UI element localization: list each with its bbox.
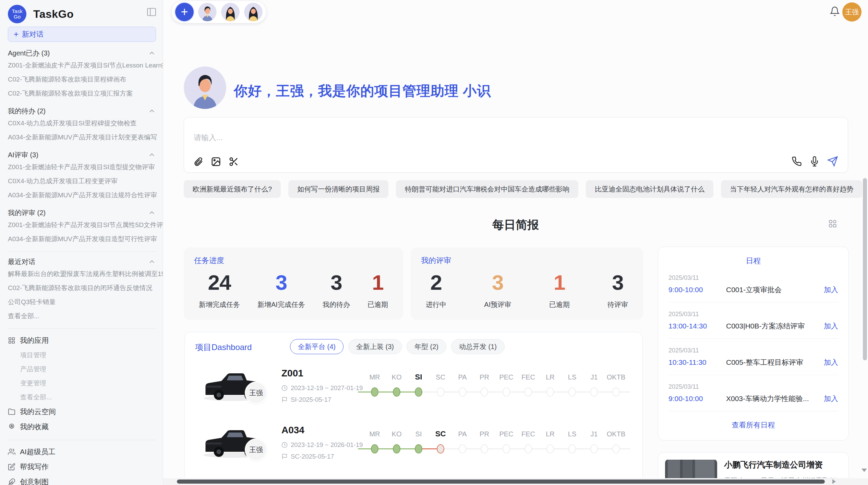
- chevron-up-icon: [149, 211, 155, 214]
- section-recent-chats[interactable]: 最近对话: [8, 257, 163, 267]
- tab-new-platform[interactable]: 全新平台 (4): [290, 339, 343, 354]
- section-agent-done[interactable]: Agent已办 (3): [8, 48, 163, 58]
- vertical-scrollbar-thumb[interactable]: [863, 178, 867, 360]
- sidebar-item-help-write[interactable]: 帮我写作: [8, 459, 163, 474]
- event-date: 2025/03/11: [668, 311, 838, 318]
- widget-grid-icon[interactable]: [828, 219, 837, 228]
- new-chat-button[interactable]: + 新对话: [8, 27, 156, 42]
- paperclip-icon[interactable]: [193, 157, 203, 167]
- stat-overdue: 1已逾期: [367, 271, 388, 309]
- tab-model-year[interactable]: 年型 (2): [407, 339, 446, 354]
- chat-input[interactable]: [194, 133, 674, 148]
- project-owner-badge: 王强: [245, 438, 267, 461]
- suggestion-chips: 欧洲新规最近颁布了什么? 如何写一份清晰的项目周报 特朗普可能对进口汽车增税会对…: [184, 180, 862, 198]
- sidebar-item-creative-draw[interactable]: 创意制图: [8, 474, 163, 485]
- sidebar-item[interactable]: C02-飞腾新能源轻客改款项目立项汇报方案: [8, 86, 163, 100]
- suggestion-chip[interactable]: 当下年轻人对汽车外观有怎样的喜好趋势: [721, 180, 862, 198]
- avatar[interactable]: [221, 3, 240, 21]
- view-all-schedule[interactable]: 查看所有日程: [668, 420, 838, 430]
- milestone-label: J1: [590, 373, 598, 382]
- bell-icon[interactable]: [830, 6, 840, 16]
- microphone-icon[interactable]: [809, 156, 820, 166]
- sidebar-item[interactable]: A034-全新新能源MUV产品开发项目法规符合性评审: [8, 188, 163, 202]
- send-icon[interactable]: [827, 156, 838, 167]
- suggestion-chip[interactable]: 特朗普可能对进口汽车增税会对中国车企造成哪些影响: [396, 180, 578, 198]
- section-my-review[interactable]: 我的评审 (2): [8, 208, 163, 218]
- divider: [8, 251, 156, 252]
- phone-icon[interactable]: [792, 156, 802, 166]
- new-chat-label: 新对话: [22, 29, 44, 39]
- sidebar-item[interactable]: C0X4-动力总成开发项目SI里程碑提交物检查: [8, 116, 163, 130]
- scroll-down-arrow[interactable]: [861, 469, 867, 472]
- join-button[interactable]: 加入: [824, 285, 838, 295]
- dashboard-title: 项目Dashboard: [195, 342, 252, 353]
- view-all-apps[interactable]: 查看全部...: [8, 390, 163, 404]
- clock-icon: [281, 385, 288, 391]
- suggestion-chip[interactable]: 如何写一份清晰的项目周报: [288, 180, 388, 198]
- milestone-dot: [459, 387, 466, 397]
- scissors-icon[interactable]: [229, 157, 239, 167]
- event-date: 2025/03/11: [668, 347, 838, 354]
- sidebar-item-favorites[interactable]: 我的收藏: [8, 419, 163, 434]
- sidebar-item-ai-employee[interactable]: AI超级员工: [8, 444, 163, 459]
- section-my-todo[interactable]: 我的待办 (2): [8, 106, 163, 116]
- avatar[interactable]: [244, 3, 263, 21]
- app-item-product-mgmt[interactable]: 产品管理: [8, 362, 163, 376]
- sidebar-item[interactable]: A034-全新新能源MUV产品开发项目造型可行性评审: [8, 232, 163, 246]
- sidebar-item[interactable]: Z001-全新燃油皮卡产品开发项目SI节点Lesson Learn报告: [8, 58, 163, 72]
- section-title: 最近对话: [8, 257, 35, 266]
- suggestion-chip[interactable]: 比亚迪全固态电池计划具体说了什么: [586, 180, 713, 198]
- project-row[interactable]: 王强 A034 2023-12-19 ~ 2026-01-19 SC-2025-…: [185, 421, 642, 475]
- suggestion-chip[interactable]: 欧洲新规最近颁布了什么?: [184, 180, 281, 198]
- milestone-dot: [503, 387, 510, 397]
- add-conversation-button[interactable]: +: [175, 3, 194, 21]
- project-row[interactable]: 王强 Z001 2023-12-19 ~ 2027-01-19 SI-2025-…: [185, 364, 642, 419]
- section-title: 我的评审 (2): [8, 208, 46, 217]
- sidebar-item-my-apps[interactable]: 我的应用: [8, 333, 163, 348]
- join-button[interactable]: 加入: [824, 321, 838, 331]
- user-avatar[interactable]: 王强: [842, 2, 861, 22]
- tab-new-body[interactable]: 全新上装 (3): [348, 339, 402, 354]
- milestone-line-done: [358, 448, 419, 449]
- scroll-right-arrow[interactable]: [832, 479, 836, 484]
- divider: [668, 411, 838, 411]
- clock-icon: [281, 442, 288, 448]
- milestone-dot: [503, 444, 510, 453]
- image-icon[interactable]: [211, 157, 221, 167]
- chevron-up-icon: [149, 153, 155, 157]
- sidebar: Task Go TaskGo + 新对话 Agent已办 (3) Z001-全新…: [0, 0, 163, 485]
- schedule-event: 2025/03/11 10:30-11:30 C005-整车工程目标评审 加入: [668, 347, 838, 367]
- recent-chat-item[interactable]: 公司Q3轻卡销量: [8, 295, 163, 309]
- event-title: C003|H0B-方案冻结评审: [726, 321, 824, 331]
- milestone-dot: [525, 387, 532, 397]
- sidebar-item[interactable]: A034-全新新能源MUV产品开发项目计划变更表编写: [8, 130, 163, 144]
- sidebar-item[interactable]: C02-飞腾新能源轻客改款项目里程碑画布: [8, 72, 163, 86]
- view-all-chats[interactable]: 查看全部...: [8, 309, 163, 323]
- recent-chat-item[interactable]: C02-飞腾新能源轻客改款项目的闭环通告反馈情况: [8, 281, 163, 295]
- greeting-text: 你好，王强，我是你的项目管理助理 小识: [234, 82, 491, 100]
- join-button[interactable]: 加入: [824, 358, 838, 367]
- avatar[interactable]: [198, 3, 217, 21]
- stat-pending-review: 3待评审: [607, 271, 628, 309]
- sidebar-item-cloud-space[interactable]: 我的云空间: [8, 404, 163, 419]
- sidebar-item[interactable]: C0X4-动力总成开发项目工程变更评审: [8, 174, 163, 188]
- tab-powertrain[interactable]: 动总开发 (1): [451, 339, 505, 354]
- section-ai-review[interactable]: AI评审 (3): [8, 150, 163, 160]
- sidebar-item[interactable]: Z001-全新燃油轻卡产品开发项目SI节点属性5D文件评审: [8, 218, 163, 232]
- ai-employee-label: AI超级员工: [20, 447, 56, 457]
- card-title: 任务进度: [194, 256, 393, 266]
- sidebar-item[interactable]: Z001-全新燃油轻卡产品开发项目SI造型提交物评审: [8, 160, 163, 174]
- event-title: X003-车辆动力学性能验...: [726, 394, 824, 403]
- project-next-milestone: SC-2025-05-17: [291, 453, 334, 460]
- stat-in-progress: 2进行中: [426, 271, 446, 309]
- event-time: 13:00-14:30: [668, 322, 726, 330]
- horizontal-scrollbar-thumb[interactable]: [177, 480, 825, 484]
- recent-chat-item[interactable]: 解释最新出台的欧盟报废车法规再生塑料比例被调至15%...: [8, 267, 163, 281]
- app-item-change-mgmt[interactable]: 变更管理: [8, 376, 163, 390]
- milestone-label: LR: [546, 373, 555, 382]
- milestone-label: FEC: [521, 373, 535, 382]
- milestone-label: LS: [568, 373, 576, 382]
- join-button[interactable]: 加入: [824, 394, 838, 403]
- app-item-project-mgmt[interactable]: 项目管理: [8, 348, 163, 362]
- sidebar-collapse-icon[interactable]: [146, 8, 157, 16]
